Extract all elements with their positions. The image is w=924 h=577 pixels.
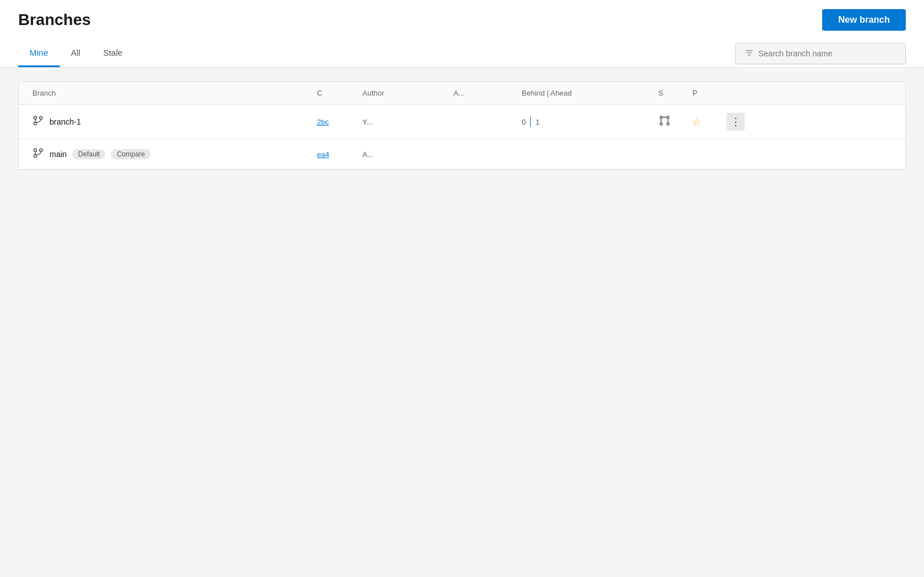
svg-point-11: [40, 149, 43, 152]
svg-point-3: [34, 117, 37, 119]
content-area: Branch C Author A... Behind | Ahead S P: [0, 68, 924, 577]
col-author: Author: [362, 89, 453, 97]
compare-branches-icon[interactable]: [658, 119, 671, 129]
divider-line: [530, 117, 531, 127]
commit-cell: 2bc: [317, 117, 362, 127]
commit-link[interactable]: ea4: [317, 150, 329, 159]
branch-name-cell: main Default Compare: [32, 147, 317, 161]
commit-link[interactable]: 2bc: [317, 118, 329, 126]
status-cell: [658, 114, 692, 129]
behind-count: 0: [522, 118, 526, 126]
tab-stale[interactable]: Stale: [92, 40, 134, 67]
filter-icon: [745, 48, 754, 59]
star-icon[interactable]: ☆: [692, 117, 700, 127]
col-a: A...: [453, 89, 522, 97]
default-badge: Default: [72, 149, 105, 159]
col-c: C: [317, 89, 362, 97]
svg-point-4: [40, 117, 43, 119]
col-p: P: [692, 89, 727, 97]
table-row: branch-1 2bc Y... 0 1: [19, 105, 905, 139]
branch-icon: [32, 115, 44, 129]
search-box: [735, 43, 906, 64]
table-header: Branch C Author A... Behind | Ahead S P: [19, 82, 905, 105]
col-s: S: [658, 89, 692, 97]
page-title: Branches: [18, 11, 91, 29]
behind-ahead-cell: 0 1: [522, 117, 658, 127]
search-input[interactable]: [758, 49, 896, 58]
svg-point-6: [660, 116, 662, 118]
author-cell: A...: [362, 150, 453, 159]
branch-icon: [32, 147, 44, 161]
col-branch: Branch: [32, 89, 317, 97]
more-cell: ⋮: [727, 113, 761, 131]
svg-point-7: [667, 116, 669, 118]
col-actions: [727, 89, 761, 97]
svg-point-8: [660, 123, 662, 125]
compare-badge[interactable]: Compare: [111, 149, 150, 159]
branches-table: Branch C Author A... Behind | Ahead S P: [18, 81, 906, 170]
commit-cell: ea4: [317, 149, 362, 159]
branch-name[interactable]: main: [50, 150, 67, 159]
pr-cell: ☆: [692, 117, 727, 127]
tab-mine[interactable]: Mine: [18, 40, 60, 67]
tabs-bar: Mine All Stale: [0, 40, 924, 68]
col-behind-ahead: Behind | Ahead: [522, 89, 658, 97]
new-branch-button[interactable]: New branch: [822, 9, 906, 31]
more-button[interactable]: ⋮: [727, 113, 745, 131]
table-row: main Default Compare ea4 A...: [19, 139, 905, 170]
svg-point-9: [667, 123, 669, 125]
page-header: Branches New branch: [0, 0, 924, 40]
tab-all[interactable]: All: [60, 40, 92, 67]
tabs-container: Mine All Stale: [18, 40, 134, 67]
svg-point-10: [34, 149, 37, 152]
branch-name-cell: branch-1: [32, 115, 317, 129]
branch-name[interactable]: branch-1: [50, 117, 81, 126]
ahead-count: 1: [535, 118, 539, 126]
author-cell: Y...: [362, 118, 453, 126]
